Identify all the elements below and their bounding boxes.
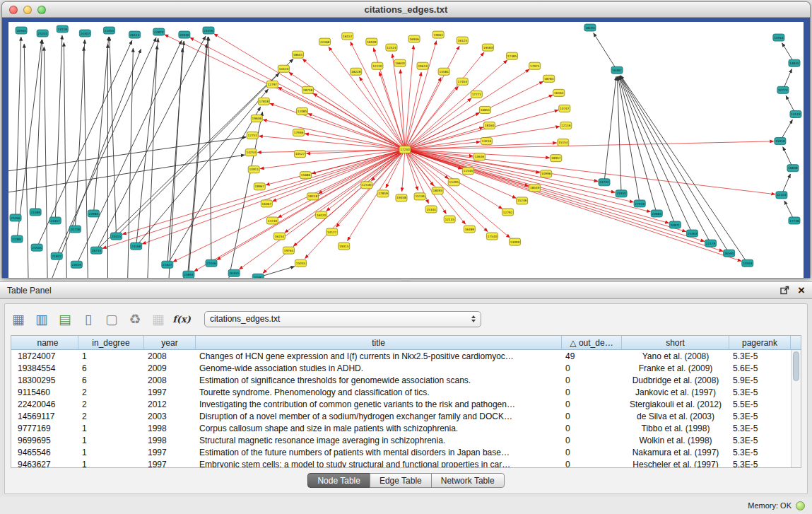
graph-node[interactable]: 25894 (183, 271, 194, 278)
cell-name[interactable]: 19384554 (11, 363, 78, 373)
graph-node[interactable]: 12792 (502, 209, 513, 216)
graph-node[interactable]: 16640 (394, 59, 406, 66)
graph-node[interactable]: 15246 (517, 197, 528, 204)
graph-node[interactable]: 15958 (775, 138, 786, 145)
graph-node[interactable]: 12774 (777, 86, 789, 93)
graph-node[interactable]: 20592 (252, 274, 264, 279)
cell-out-de[interactable]: 0 (562, 387, 622, 397)
cell-title[interactable]: Changes of HCN gene expression and I(f) … (196, 351, 562, 361)
cell-out-de[interactable]: 0 (562, 363, 622, 373)
column-header-year[interactable]: year (144, 336, 196, 349)
graph-node[interactable]: 24980 (88, 210, 99, 217)
cell-in-degree[interactable]: 2 (78, 399, 144, 409)
graph-node[interactable]: 26350 (228, 269, 240, 276)
graph-node[interactable]: 16851 (479, 106, 490, 113)
cell-in-degree[interactable]: 6 (78, 363, 144, 373)
cell-year[interactable]: 1998 (144, 424, 196, 433)
table-row[interactable]: 1938455462009Genome-wide association stu… (11, 362, 791, 374)
graph-node[interactable]: 15344 (425, 206, 437, 213)
graph-node[interactable]: 21950 (616, 190, 627, 197)
rows-icon[interactable]: ▯ (79, 310, 98, 328)
import-table-icon[interactable]: ▤ (56, 310, 74, 328)
graph-node[interactable]: 25463 (686, 230, 698, 237)
column-header-name[interactable]: name (11, 336, 78, 349)
graph-node[interactable]: 18758 (302, 86, 313, 93)
cell-pagerank[interactable]: 5.3E-5 (729, 424, 791, 433)
cell-out-de[interactable]: 0 (562, 436, 622, 445)
graph-node[interactable]: 12797 (266, 81, 278, 88)
scrollbar-thumb[interactable] (793, 351, 799, 381)
graph-node[interactable]: 22179 (705, 240, 717, 247)
graph-node[interactable]: 19061 (433, 31, 444, 38)
close-panel-icon[interactable]: × (798, 286, 805, 296)
graph-node[interactable]: 11544 (462, 168, 473, 175)
cell-short[interactable]: Jankovic et al. (1997) (622, 387, 729, 397)
graph-node[interactable]: 16949 (366, 38, 377, 45)
cell-title[interactable]: Embryonic stem cells: a model to study s… (196, 460, 562, 469)
new-column-icon[interactable]: ▢ (102, 310, 121, 328)
graph-node[interactable]: 18160 (483, 122, 495, 129)
table-row[interactable]: 1456911722003Disruption of a novel membe… (11, 410, 791, 422)
window-titlebar[interactable]: citations_edges.txt (2, 2, 810, 18)
cell-title[interactable]: Investigating the contribution of common… (196, 399, 562, 409)
show-columns-icon[interactable]: ▥ (33, 310, 51, 328)
graph-node[interactable]: 21089 (30, 209, 41, 216)
cell-name[interactable]: 18300295 (11, 375, 78, 385)
graph-node[interactable]: 18194 (584, 24, 596, 31)
graph-node[interactable]: 17738 (789, 217, 800, 224)
function-builder-icon[interactable]: f(x) (172, 310, 191, 328)
cell-short[interactable]: Wolkin et al. (1998) (622, 436, 729, 445)
cell-title[interactable]: Corpus callosum shape and size in male p… (196, 424, 562, 433)
cell-title[interactable]: Genome-wide association studies in ADHD. (196, 363, 562, 373)
zoom-window-button[interactable] (37, 6, 46, 14)
cell-year[interactable]: 2003 (144, 411, 196, 421)
cell-in-degree[interactable]: 6 (78, 375, 144, 385)
column-header-short[interactable]: short (622, 336, 729, 349)
table-row[interactable]: 1872400712008Changes of HCN gene express… (11, 350, 791, 362)
graph-node[interactable]: 13099 (510, 238, 521, 245)
cell-name[interactable]: 18724007 (11, 351, 78, 361)
graph-node[interactable]: 25505 (31, 244, 42, 251)
cell-short[interactable]: de Silva et al. (2003) (622, 411, 729, 421)
cell-name[interactable]: 14569117 (11, 411, 78, 421)
graph-node[interactable]: 12085 (296, 107, 307, 115)
cell-short[interactable]: Nakamura et al. (1997) (622, 448, 729, 457)
graph-node[interactable]: 14845 (789, 59, 800, 66)
graph-node[interactable]: 16489 (464, 226, 475, 233)
cell-year[interactable]: 2012 (144, 399, 196, 409)
table-vertical-scrollbar[interactable] (791, 350, 801, 467)
graph-node[interactable]: 17240 (399, 146, 411, 153)
graph-node[interactable]: 17233 (266, 217, 278, 224)
graph-node[interactable]: 17936 (293, 129, 304, 136)
column-header-title[interactable]: title (196, 336, 562, 349)
graph-node[interactable]: 16125 (457, 37, 468, 44)
graph-node[interactable]: 15495 (448, 179, 459, 186)
graph-node[interactable]: 16157 (342, 33, 353, 40)
cell-name[interactable]: 9465546 (11, 448, 78, 457)
table-row[interactable]: 2242004622012Investigating the contribut… (11, 398, 791, 410)
graph-node[interactable]: 15034 (295, 259, 306, 267)
graph-node[interactable]: 23684 (651, 210, 662, 217)
table-row[interactable]: 911546021997Tourette syndrome. Phenomeno… (11, 386, 791, 398)
graph-node[interactable]: 12135 (444, 216, 455, 223)
graph-node[interactable]: 22870 (153, 28, 165, 35)
minimize-window-button[interactable] (23, 6, 32, 14)
graph-node[interactable]: 12751 (247, 132, 258, 139)
table-row[interactable]: 977716911998Corpus callosum shape and si… (11, 422, 791, 434)
cell-pagerank[interactable]: 5.3E-5 (729, 460, 791, 469)
graph-node[interactable]: 17540 (486, 233, 498, 240)
graph-node[interactable]: 17771 (471, 90, 482, 98)
graph-node[interactable]: 17975 (529, 62, 541, 69)
table-row[interactable]: 946554611997Estimation of the future num… (11, 446, 791, 458)
graph-node[interactable]: 12116 (560, 122, 572, 129)
cell-out-de[interactable]: 0 (562, 448, 622, 457)
graph-node[interactable]: 16164 (553, 89, 565, 96)
cell-short[interactable]: Yano et al. (2008) (622, 351, 729, 361)
graph-node[interactable]: 24556 (203, 27, 214, 34)
graph-node[interactable]: 10747 (559, 105, 570, 112)
graph-node[interactable]: 17485 (507, 52, 518, 59)
graph-node[interactable]: 20563 (16, 27, 27, 34)
tab-edge-table[interactable]: Edge Table (370, 473, 432, 488)
cell-short[interactable]: Tibbo et al. (1998) (622, 424, 729, 433)
graph-node[interactable]: 21627 (162, 261, 173, 268)
